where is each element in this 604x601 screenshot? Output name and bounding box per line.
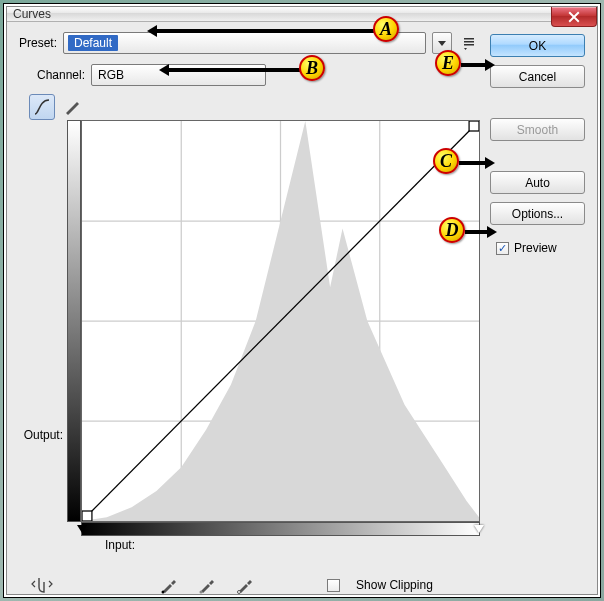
curve-pencil-tool[interactable]: [59, 94, 85, 120]
preset-dropdown[interactable]: Default: [63, 32, 426, 54]
hand-arrows-icon: [31, 574, 53, 596]
ok-button[interactable]: OK: [490, 34, 585, 57]
preset-drop-toggle[interactable]: [432, 32, 452, 54]
black-point-eyedropper[interactable]: [158, 574, 180, 596]
svg-point-11: [161, 591, 164, 594]
title-text: Curves: [13, 7, 51, 21]
svg-point-13: [237, 591, 240, 594]
show-clipping-label: Show Clipping: [356, 578, 433, 592]
preset-menu-icon[interactable]: [458, 32, 480, 54]
channel-selected: RGB: [98, 68, 124, 82]
on-image-adjust-tool[interactable]: [29, 572, 55, 598]
auto-button[interactable]: Auto: [490, 171, 585, 194]
preset-selected: Default: [68, 35, 118, 51]
input-gradient: [81, 522, 480, 536]
curves-dialog: Curves Preset: Default: [6, 6, 598, 595]
output-gradient: [67, 120, 81, 522]
highlight-slider[interactable]: [474, 525, 484, 533]
eyedropper-icon: [236, 576, 254, 594]
svg-rect-2: [464, 44, 474, 46]
preview-checkbox[interactable]: [496, 242, 509, 255]
smooth-button[interactable]: Smooth: [490, 118, 585, 141]
svg-point-12: [199, 591, 202, 594]
gray-point-eyedropper[interactable]: [196, 574, 218, 596]
cancel-button[interactable]: Cancel: [490, 65, 585, 88]
eyedropper-icon: [160, 576, 178, 594]
curve-icon: [33, 98, 51, 116]
output-label: Output:: [24, 428, 63, 442]
svg-rect-0: [464, 38, 474, 40]
options-button[interactable]: Options...: [490, 202, 585, 225]
curve-point-tool[interactable]: [29, 94, 55, 120]
channel-dropdown[interactable]: RGB: [91, 64, 266, 86]
svg-rect-9: [82, 511, 92, 521]
input-label: Input:: [105, 538, 135, 552]
channel-label: Channel:: [37, 68, 85, 82]
titlebar[interactable]: Curves: [7, 7, 597, 22]
show-clipping-checkbox[interactable]: [327, 579, 340, 592]
close-icon: [568, 11, 580, 23]
chevron-down-icon: [438, 41, 446, 46]
shadow-slider[interactable]: [77, 525, 87, 533]
pencil-icon: [63, 98, 81, 116]
list-menu-icon: [462, 36, 476, 50]
svg-rect-1: [464, 41, 474, 43]
preview-label: Preview: [514, 241, 557, 255]
preset-label: Preset:: [19, 36, 57, 50]
curve-plot[interactable]: [81, 120, 480, 522]
svg-rect-10: [469, 121, 479, 131]
white-point-eyedropper[interactable]: [234, 574, 256, 596]
curve-svg: [82, 121, 479, 521]
eyedropper-icon: [198, 576, 216, 594]
